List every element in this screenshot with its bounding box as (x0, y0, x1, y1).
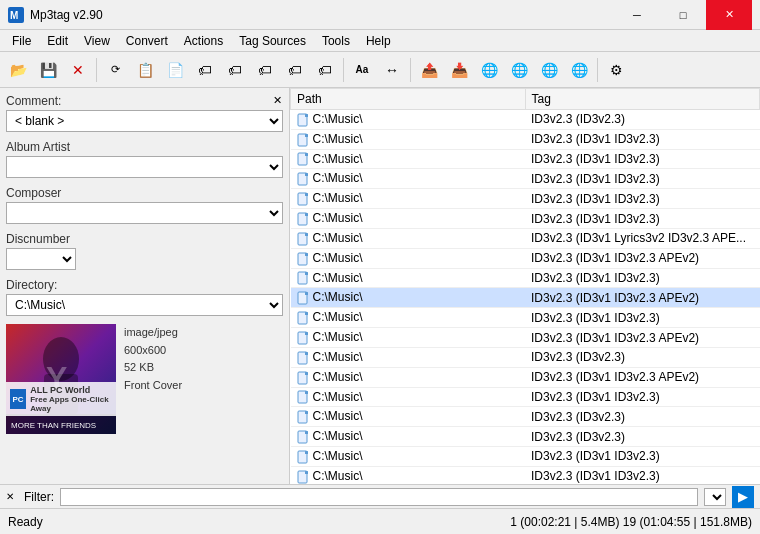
menu-item-file[interactable]: File (4, 31, 39, 51)
close-button[interactable]: ✕ (706, 0, 752, 30)
table-row[interactable]: C:\Music\ID3v2.3 (ID3v2.3) (291, 110, 760, 130)
table-row[interactable]: C:\Music\ID3v2.3 (ID3v1 ID3v2.3) (291, 268, 760, 288)
filter-dropdown[interactable] (704, 488, 726, 506)
toolbar-case[interactable]: Aa (348, 56, 376, 84)
table-row[interactable]: C:\Music\ID3v2.3 (ID3v1 ID3v2.3) (291, 447, 760, 467)
album-art-image[interactable]: Y MORE THAN FRIENDS PC ALL PC World Free… (6, 324, 116, 434)
toolbar-discogs[interactable]: 🌐 (505, 56, 533, 84)
table-cell-tag: ID3v2.3 (ID3v1 ID3v2.3) (525, 209, 760, 229)
minimize-button[interactable]: ─ (614, 0, 660, 30)
window-controls: ─ □ ✕ (614, 0, 752, 30)
table-row[interactable]: C:\Music\ID3v2.3 (ID3v2.3) (291, 347, 760, 367)
watermark-line2: Free Apps One-Click Away (30, 395, 112, 413)
toolbar-btn-2[interactable]: ⟳ (101, 56, 129, 84)
status-bar: Ready 1 (00:02:21 | 5.4MB) 19 (01:04:55 … (0, 508, 760, 534)
table-row[interactable]: C:\Music\ID3v2.3 (ID3v1 ID3v2.3) (291, 149, 760, 169)
art-size: 52 KB (124, 359, 182, 377)
table-row[interactable]: C:\Music\ID3v2.3 (ID3v1 ID3v2.3) (291, 387, 760, 407)
art-svg: Y MORE THAN FRIENDS (6, 324, 116, 434)
composer-select[interactable] (6, 202, 283, 224)
svg-rect-13 (305, 153, 308, 156)
table-cell-path: C:\Music\ (291, 308, 526, 328)
table-row[interactable]: C:\Music\ID3v2.3 (ID3v1 ID3v2.3 APEv2) (291, 288, 760, 308)
toolbar-btn-3[interactable]: 📋 (131, 56, 159, 84)
menu-item-help[interactable]: Help (358, 31, 399, 51)
table-row[interactable]: C:\Music\ID3v2.3 (ID3v1 ID3v2.3 APEv2) (291, 248, 760, 268)
toolbar-undo[interactable]: ✕ (64, 56, 92, 84)
table-row[interactable]: C:\Music\ID3v2.3 (ID3v2.3) (291, 427, 760, 447)
toolbar-btn-9[interactable]: 🏷 (311, 56, 339, 84)
table-row[interactable]: C:\Music\ID3v2.3 (ID3v1 ID3v2.3) (291, 189, 760, 209)
directory-field-group: Directory: C:\Music\ (6, 278, 283, 316)
table-cell-path: C:\Music\ (291, 228, 526, 248)
svg-rect-15 (305, 173, 308, 176)
toolbar-open-dir[interactable]: 📂 (4, 56, 32, 84)
menu-item-actions[interactable]: Actions (176, 31, 231, 51)
album-artist-select[interactable] (6, 156, 283, 178)
table-row[interactable]: C:\Music\ID3v2.3 (ID3v1 ID3v2.3) (291, 466, 760, 484)
toolbar-export[interactable]: 📤 (415, 56, 443, 84)
toolbar-settings[interactable]: ⚙ (602, 56, 630, 84)
toolbar-btn-6[interactable]: 🏷 (221, 56, 249, 84)
filter-input[interactable] (60, 488, 698, 506)
table-cell-path: C:\Music\ (291, 427, 526, 447)
app-icon: M (8, 7, 24, 23)
menu-item-edit[interactable]: Edit (39, 31, 76, 51)
toolbar-btn-5[interactable]: 🏷 (191, 56, 219, 84)
table-cell-tag: ID3v2.3 (ID3v1 ID3v2.3 APEv2) (525, 288, 760, 308)
table-cell-path: C:\Music\ (291, 189, 526, 209)
svg-rect-27 (305, 292, 308, 295)
col-tag[interactable]: Tag (525, 89, 760, 110)
toolbar-btn-7[interactable]: 🏷 (251, 56, 279, 84)
toolbar-btn-4[interactable]: 📄 (161, 56, 189, 84)
discnumber-label: Discnumber (6, 232, 283, 246)
window-title: Mp3tag v2.90 (30, 8, 614, 22)
main-container: ✕ Comment: < blank > Album Artist Compos… (0, 88, 760, 484)
directory-select[interactable]: C:\Music\ (6, 294, 283, 316)
discnumber-select[interactable] (6, 248, 76, 270)
table-row[interactable]: C:\Music\ID3v2.3 (ID3v1 ID3v2.3 APEv2) (291, 367, 760, 387)
file-table-body: C:\Music\ID3v2.3 (ID3v2.3)C:\Music\ID3v2… (291, 110, 760, 485)
table-row[interactable]: C:\Music\ID3v2.3 (ID3v1 Lyrics3v2 ID3v2.… (291, 228, 760, 248)
menu-item-tools[interactable]: Tools (314, 31, 358, 51)
table-cell-tag: ID3v2.3 (ID3v1 Lyrics3v2 ID3v2.3 APE... (525, 228, 760, 248)
menu-bar: FileEditViewConvertActionsTag SourcesToo… (0, 30, 760, 52)
table-row[interactable]: C:\Music\ID3v2.3 (ID3v1 ID3v2.3 APEv2) (291, 328, 760, 348)
watermark: PC ALL PC World Free Apps One-Click Away (6, 382, 116, 416)
toolbar-musicbrainz[interactable]: 🌐 (535, 56, 563, 84)
menu-item-convert[interactable]: Convert (118, 31, 176, 51)
table-cell-tag: ID3v2.3 (ID3v2.3) (525, 407, 760, 427)
table-cell-path: C:\Music\ (291, 110, 526, 130)
comment-select[interactable]: < blank > (6, 110, 283, 132)
comment-label: Comment: (6, 94, 283, 108)
toolbar-btn-8[interactable]: 🏷 (281, 56, 309, 84)
table-cell-path: C:\Music\ (291, 367, 526, 387)
table-cell-path: C:\Music\ (291, 328, 526, 348)
table-row[interactable]: C:\Music\ID3v2.3 (ID3v1 ID3v2.3) (291, 169, 760, 189)
table-cell-tag: ID3v2.3 (ID3v1 ID3v2.3 APEv2) (525, 328, 760, 348)
menu-item-tagSources[interactable]: Tag Sources (231, 31, 314, 51)
table-cell-tag: ID3v2.3 (ID3v1 ID3v2.3) (525, 129, 760, 149)
table-cell-path: C:\Music\ (291, 466, 526, 484)
table-cell-tag: ID3v2.3 (ID3v1 ID3v2.3) (525, 466, 760, 484)
panel-close-button[interactable]: ✕ (269, 92, 285, 108)
table-row[interactable]: C:\Music\ID3v2.3 (ID3v1 ID3v2.3) (291, 129, 760, 149)
toolbar-amazon[interactable]: 🌐 (565, 56, 593, 84)
toolbar-import[interactable]: 📥 (445, 56, 473, 84)
menu-item-view[interactable]: View (76, 31, 118, 51)
toolbar-save[interactable]: 💾 (34, 56, 62, 84)
filter-close-button[interactable]: ✕ (6, 491, 18, 503)
table-cell-tag: ID3v2.3 (ID3v1 ID3v2.3) (525, 169, 760, 189)
table-cell-path: C:\Music\ (291, 209, 526, 229)
table-cell-tag: ID3v2.3 (ID3v2.3) (525, 110, 760, 130)
table-row[interactable]: C:\Music\ID3v2.3 (ID3v2.3) (291, 407, 760, 427)
table-row[interactable]: C:\Music\ID3v2.3 (ID3v1 ID3v2.3) (291, 209, 760, 229)
album-art-info: image/jpeg 600x600 52 KB Front Cover (124, 324, 182, 394)
filter-go-button[interactable]: ▶ (732, 486, 754, 508)
col-path[interactable]: Path (291, 89, 526, 110)
toolbar-replace[interactable]: ↔ (378, 56, 406, 84)
toolbar-freedb[interactable]: 🌐 (475, 56, 503, 84)
maximize-button[interactable]: □ (660, 0, 706, 30)
table-cell-tag: ID3v2.3 (ID3v1 ID3v2.3) (525, 268, 760, 288)
table-row[interactable]: C:\Music\ID3v2.3 (ID3v1 ID3v2.3) (291, 308, 760, 328)
